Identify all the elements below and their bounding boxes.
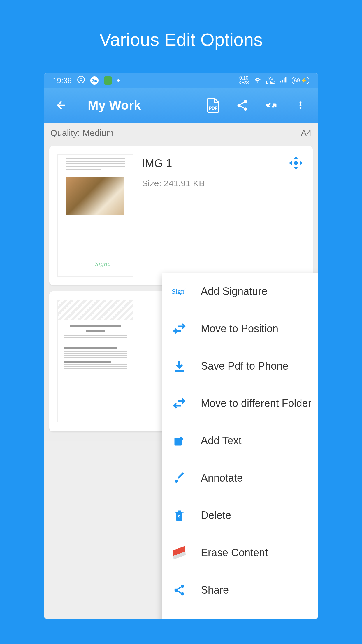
menu-add-text[interactable]: Add Text [162,422,318,459]
menu-label: Add Signature [201,285,267,298]
svg-rect-5 [285,77,287,82]
menu-share[interactable]: Share [162,571,318,609]
drag-handle-icon[interactable] [288,155,304,172]
menu-label: Erase Content [201,547,268,559]
app-badge-icon [104,76,112,85]
whatsapp-icon [77,76,85,86]
menu-label: Move to Position [201,323,278,335]
svg-rect-4 [284,78,285,82]
share-button[interactable] [233,97,251,114]
svg-point-22 [181,592,184,595]
signal-icon [280,76,288,86]
svg-point-20 [181,585,184,588]
more-button[interactable] [292,97,309,114]
trash-icon [172,508,187,523]
menu-label: Add Text [201,435,241,447]
context-menu: Sign Add Signature Move to Position Save… [162,273,318,619]
dot-icon [117,79,120,82]
svg-point-10 [300,102,302,104]
eraser-icon [172,545,187,560]
status-time: 19:36 [53,76,72,85]
collapse-button[interactable] [263,97,280,114]
menu-add-signature[interactable]: Sign Add Signature [162,273,318,310]
document-size: Size: 241.91 KB [142,178,305,188]
battery-indicator: 69⚡ [292,77,309,84]
menu-save-pdf[interactable]: Save Pdf to Phone [162,347,318,385]
pdf-button[interactable]: PDF [204,97,222,114]
menu-label: Share [201,584,229,596]
document-card[interactable]: Signa IMG 1 Size: 241.91 KB [49,146,313,285]
download-icon [172,358,187,374]
app-bar: My Work PDF [44,88,318,123]
menu-label: Delete [201,509,231,522]
quality-label: Quality: Medium [50,128,114,138]
menu-label: Move to different Folder [201,397,312,410]
menu-move-folder[interactable]: Move to different Folder [162,385,318,422]
document-name: IMG 1 [142,157,305,170]
paper-size-label: A4 [301,128,312,138]
swap-icon [172,321,187,336]
svg-point-7 [244,100,247,103]
svg-text:PDF: PDF [209,106,217,111]
svg-marker-14 [294,167,298,170]
svg-point-12 [300,107,302,109]
svg-point-17 [294,161,298,165]
svg-point-1 [80,78,82,80]
promo-title: Various Edit Options [0,0,362,73]
menu-move-position[interactable]: Move to Position [162,310,318,347]
document-thumbnail [57,300,133,422]
volte-indicator: VoLTED [266,76,275,85]
svg-point-8 [238,104,241,107]
svg-point-9 [244,107,247,111]
status-bar: 19:36 Jio 0.10 KB/S VoLTED 69⚡ [44,73,318,88]
back-button[interactable] [53,97,70,114]
jio-icon: Jio [90,76,99,85]
network-speed: 0.10 KB/S [238,76,249,85]
svg-marker-15 [289,161,292,165]
edit-text-icon [172,433,187,448]
menu-annotate[interactable]: Annotate [162,459,318,497]
svg-rect-2 [280,81,281,82]
page-title: My Work [88,98,141,113]
brush-icon [172,470,187,486]
swap-icon [172,396,187,411]
svg-point-11 [300,104,302,106]
svg-marker-16 [300,161,303,165]
menu-compress[interactable]: Compress [162,609,318,619]
phone-frame: 19:36 Jio 0.10 KB/S VoLTED 69⚡ [44,73,318,619]
signature-icon: Sign [172,284,187,299]
svg-point-0 [78,76,84,83]
wifi-icon [253,75,262,86]
menu-erase[interactable]: Erase Content [162,534,318,571]
document-thumbnail: Signa [57,154,133,277]
svg-point-21 [175,589,178,592]
share-icon [172,582,187,598]
svg-marker-13 [294,156,298,159]
menu-label: Annotate [201,472,243,484]
svg-rect-3 [282,80,283,82]
menu-delete[interactable]: Delete [162,497,318,534]
info-bar: Quality: Medium A4 [44,123,318,143]
menu-label: Save Pdf to Phone [201,360,288,372]
